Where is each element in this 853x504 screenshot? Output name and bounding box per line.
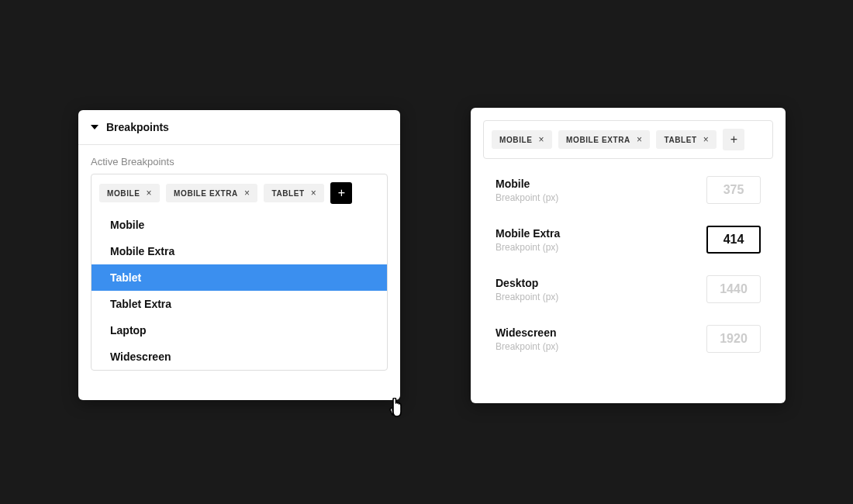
breakpoint-name: Desktop — [496, 277, 558, 289]
close-icon[interactable]: × — [539, 135, 545, 144]
close-icon[interactable]: × — [244, 188, 250, 198]
pointer-cursor-icon — [387, 398, 407, 421]
close-icon[interactable]: × — [147, 188, 153, 198]
dropdown-item-mobile-extra[interactable]: Mobile Extra — [92, 238, 387, 264]
plus-icon: + — [338, 187, 345, 199]
tag-label: MOBILE EXTRA — [566, 136, 630, 144]
dropdown-item-laptop[interactable]: Laptop — [92, 317, 387, 343]
tag-label: MOBILE EXTRA — [174, 189, 238, 198]
breakpoint-row-desktop: Desktop Breakpoint (px) 1440 — [496, 275, 761, 303]
breakpoints-collection: MOBILE × MOBILE EXTRA × TABLET × + Mobil… — [91, 174, 388, 371]
caret-down-icon — [91, 125, 98, 129]
breakpoint-name: Mobile Extra — [496, 227, 560, 240]
breakpoint-value-input[interactable]: 1440 — [706, 275, 761, 303]
tag-label: MOBILE — [499, 136, 533, 144]
breakpoint-sublabel: Breakpoint (px) — [496, 242, 560, 253]
dropdown-item-mobile[interactable]: Mobile — [92, 212, 387, 238]
tag-mobile[interactable]: MOBILE × — [492, 130, 552, 149]
tag-label: TABLET — [664, 136, 696, 144]
plus-icon: + — [730, 133, 737, 146]
breakpoint-name: Mobile — [496, 178, 558, 190]
add-breakpoint-button[interactable]: + — [330, 182, 352, 204]
breakpoint-sublabel: Breakpoint (px) — [496, 192, 558, 203]
close-icon[interactable]: × — [637, 135, 643, 144]
tag-label: MOBILE — [107, 189, 140, 198]
breakpoint-name: Widescreen — [496, 326, 558, 339]
breakpoint-row-widescreen: Widescreen Breakpoint (px) 1920 — [496, 325, 761, 353]
breakpoint-dropdown: Mobile Mobile Extra Tablet Tablet Extra … — [92, 212, 387, 370]
tag-mobile-extra[interactable]: MOBILE EXTRA × — [166, 184, 257, 202]
dropdown-item-tablet[interactable]: Tablet — [92, 264, 387, 291]
breakpoints-values-panel: MOBILE × MOBILE EXTRA × TABLET × + Mobil… — [471, 108, 786, 403]
section-title: Breakpoints — [106, 121, 169, 133]
breakpoint-value-input[interactable]: 1920 — [706, 325, 761, 353]
active-tags-row: MOBILE × MOBILE EXTRA × TABLET × + — [92, 174, 387, 212]
breakpoint-value-input[interactable]: 414 — [706, 226, 761, 254]
breakpoint-sublabel: Breakpoint (px) — [496, 341, 558, 352]
breakpoints-panel: Breakpoints Active Breakpoints MOBILE × … — [78, 110, 400, 400]
tag-tablet[interactable]: TABLET × — [656, 130, 717, 149]
breakpoint-sublabel: Breakpoint (px) — [496, 292, 558, 302]
tag-mobile[interactable]: MOBILE × — [99, 184, 160, 202]
breakpoint-value-input[interactable]: 375 — [706, 176, 761, 204]
tag-label: TABLET — [271, 189, 304, 198]
active-breakpoints-label: Active Breakpoints — [78, 145, 400, 174]
dropdown-item-widescreen[interactable]: Widescreen — [92, 343, 387, 370]
dropdown-item-tablet-extra[interactable]: Tablet Extra — [92, 291, 387, 317]
add-breakpoint-button[interactable]: + — [723, 129, 744, 150]
close-icon[interactable]: × — [703, 135, 710, 144]
close-icon[interactable]: × — [311, 188, 317, 198]
breakpoint-row-mobile-extra: Mobile Extra Breakpoint (px) 414 — [496, 226, 761, 254]
breakpoint-row-mobile: Mobile Breakpoint (px) 375 — [496, 176, 761, 204]
section-header[interactable]: Breakpoints — [78, 110, 400, 145]
tag-tablet[interactable]: TABLET × — [264, 184, 324, 202]
tag-mobile-extra[interactable]: MOBILE EXTRA × — [558, 130, 650, 149]
active-tags-row: MOBILE × MOBILE EXTRA × TABLET × + — [483, 120, 773, 159]
